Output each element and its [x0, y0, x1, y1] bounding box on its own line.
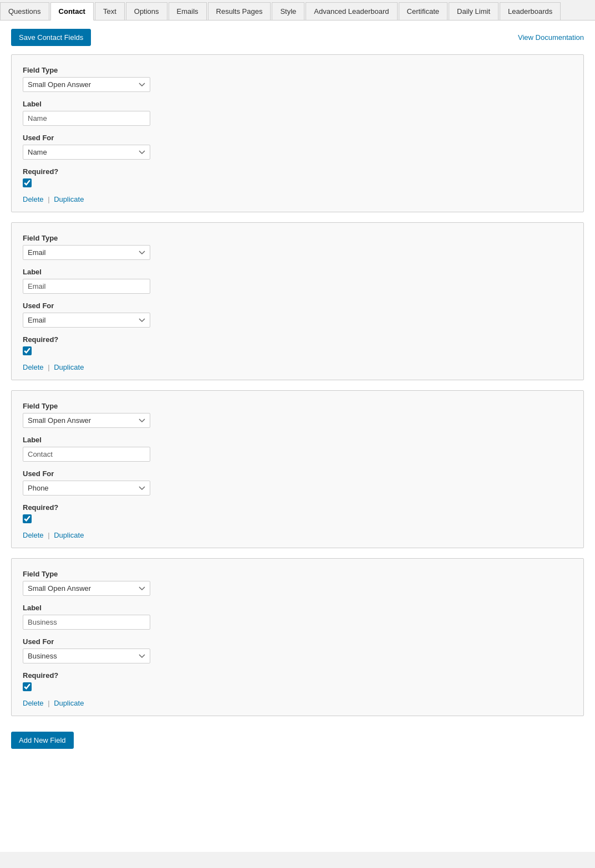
used-for-label-3: Used For: [23, 469, 572, 478]
required-label-1: Required?: [23, 167, 572, 176]
tabs-bar: Questions Contact Text Options Emails Re…: [0, 0, 595, 21]
field-cards-container: Field Type Small Open Answer Email Large…: [11, 54, 584, 716]
used-for-label-2: Used For: [23, 302, 572, 310]
duplicate-link-1[interactable]: Duplicate: [54, 195, 84, 203]
field-type-select-1[interactable]: Small Open Answer Email Large Open Answe…: [23, 77, 150, 92]
required-checkbox-1[interactable]: [23, 178, 32, 187]
card-actions-1: Delete | Duplicate: [23, 195, 572, 203]
field-type-select-4[interactable]: Small Open Answer Email Large Open Answe…: [23, 581, 150, 596]
pipe-4: |: [48, 699, 52, 707]
field-type-row-3: Field Type Small Open Answer Email Large…: [23, 402, 572, 428]
card-actions-2: Delete | Duplicate: [23, 363, 572, 371]
used-for-row-1: Used For Name Email Phone Business Addre…: [23, 134, 572, 160]
field-card-1: Field Type Small Open Answer Email Large…: [11, 54, 584, 212]
field-card-3: Field Type Small Open Answer Email Large…: [11, 390, 584, 548]
field-type-label-3: Field Type: [23, 402, 572, 410]
tab-style[interactable]: Style: [272, 2, 304, 20]
action-bar: Save Contact Fields View Documentation: [11, 29, 584, 46]
required-row-1: Required?: [23, 167, 572, 187]
used-for-select-3[interactable]: Name Email Phone Business Address: [23, 481, 150, 496]
field-type-select-3[interactable]: Small Open Answer Email Large Open Answe…: [23, 413, 150, 428]
pipe-2: |: [48, 363, 52, 371]
duplicate-link-2[interactable]: Duplicate: [54, 363, 84, 371]
tab-daily-limit[interactable]: Daily Limit: [449, 2, 499, 20]
view-documentation-link[interactable]: View Documentation: [518, 33, 584, 42]
field-type-row-4: Field Type Small Open Answer Email Large…: [23, 570, 572, 596]
label-label-2: Label: [23, 268, 572, 276]
label-label-4: Label: [23, 604, 572, 612]
label-row-1: Label: [23, 100, 572, 126]
main-content: Save Contact Fields View Documentation F…: [0, 21, 595, 852]
label-input-4[interactable]: [23, 615, 150, 630]
required-label-3: Required?: [23, 503, 572, 512]
tab-results-pages[interactable]: Results Pages: [208, 2, 271, 20]
tab-questions[interactable]: Questions: [0, 2, 49, 20]
required-row-2: Required?: [23, 335, 572, 355]
label-label-1: Label: [23, 100, 572, 108]
pipe-3: |: [48, 531, 52, 539]
used-for-label-1: Used For: [23, 134, 572, 142]
field-type-row-1: Field Type Small Open Answer Email Large…: [23, 66, 572, 92]
used-for-select-1[interactable]: Name Email Phone Business Address: [23, 145, 150, 160]
required-checkbox-2[interactable]: [23, 346, 32, 355]
used-for-label-4: Used For: [23, 637, 572, 646]
save-contact-fields-button[interactable]: Save Contact Fields: [11, 29, 91, 46]
card-actions-3: Delete | Duplicate: [23, 531, 572, 539]
delete-link-2[interactable]: Delete: [23, 363, 44, 371]
tab-certificate[interactable]: Certificate: [399, 2, 448, 20]
card-actions-4: Delete | Duplicate: [23, 699, 572, 707]
delete-link-1[interactable]: Delete: [23, 195, 44, 203]
label-row-2: Label: [23, 268, 572, 294]
pipe-1: |: [48, 195, 52, 203]
label-row-4: Label: [23, 604, 572, 630]
required-label-2: Required?: [23, 335, 572, 344]
tab-contact[interactable]: Contact: [50, 2, 94, 21]
tab-text[interactable]: Text: [95, 2, 125, 20]
field-type-row-2: Field Type Small Open Answer Email Large…: [23, 234, 572, 260]
required-checkbox-4[interactable]: [23, 682, 32, 691]
label-input-1[interactable]: [23, 111, 150, 126]
field-card-2: Field Type Small Open Answer Email Large…: [11, 222, 584, 380]
delete-link-4[interactable]: Delete: [23, 699, 44, 707]
required-row-3: Required?: [23, 503, 572, 523]
tab-options[interactable]: Options: [126, 2, 167, 20]
field-type-label-4: Field Type: [23, 570, 572, 578]
tab-advanced-leaderboard[interactable]: Advanced Leaderboard: [306, 2, 397, 20]
required-row-4: Required?: [23, 671, 572, 691]
field-type-label-1: Field Type: [23, 66, 572, 74]
required-checkbox-3[interactable]: [23, 514, 32, 523]
delete-link-3[interactable]: Delete: [23, 531, 44, 539]
label-input-3[interactable]: [23, 447, 150, 462]
label-label-3: Label: [23, 436, 572, 444]
used-for-select-2[interactable]: Name Email Phone Business Address: [23, 313, 150, 328]
used-for-row-2: Used For Name Email Phone Business Addre…: [23, 302, 572, 328]
field-card-4: Field Type Small Open Answer Email Large…: [11, 558, 584, 716]
tab-leaderboards[interactable]: Leaderboards: [500, 2, 561, 20]
label-input-2[interactable]: [23, 279, 150, 294]
used-for-select-4[interactable]: Name Email Phone Business Address: [23, 649, 150, 663]
tab-emails[interactable]: Emails: [169, 2, 207, 20]
used-for-row-4: Used For Name Email Phone Business Addre…: [23, 637, 572, 663]
field-type-select-2[interactable]: Small Open Answer Email Large Open Answe…: [23, 245, 150, 260]
field-type-label-2: Field Type: [23, 234, 572, 242]
duplicate-link-4[interactable]: Duplicate: [54, 699, 84, 707]
add-new-field-button[interactable]: Add New Field: [11, 732, 74, 749]
required-label-4: Required?: [23, 671, 572, 680]
used-for-row-3: Used For Name Email Phone Business Addre…: [23, 469, 572, 496]
duplicate-link-3[interactable]: Duplicate: [54, 531, 84, 539]
label-row-3: Label: [23, 436, 572, 462]
